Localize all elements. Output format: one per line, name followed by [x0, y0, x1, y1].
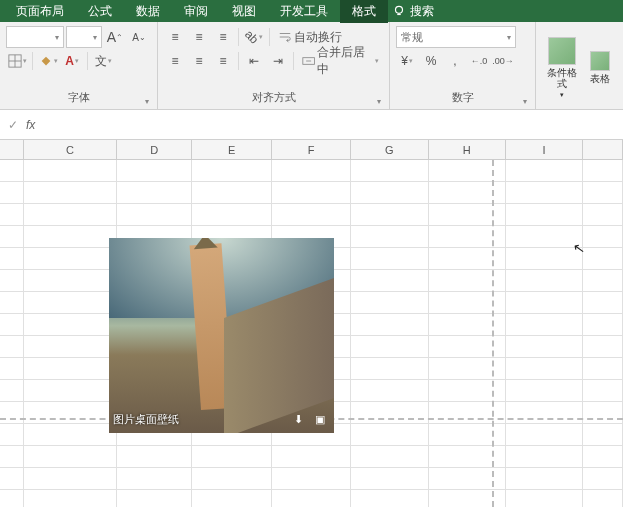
- tab-developer[interactable]: 开发工具: [268, 0, 340, 23]
- col-header-g[interactable]: G: [351, 140, 428, 159]
- group-font-label: 字体: [6, 88, 151, 109]
- group-styles: 条件格式 ▾ 表格: [536, 22, 622, 109]
- align-middle-button[interactable]: ≡: [188, 26, 210, 48]
- lightbulb-icon: [392, 4, 406, 18]
- group-align-label: 对齐方式: [164, 88, 383, 109]
- font-family-combo[interactable]: ▾: [6, 26, 64, 48]
- align-center-button[interactable]: ≡: [188, 50, 210, 72]
- align-top-button[interactable]: ≡: [164, 26, 186, 48]
- format-table-button[interactable]: 表格: [584, 47, 616, 88]
- align-bottom-button[interactable]: ≡: [212, 26, 234, 48]
- group-number-label: 数字: [396, 88, 529, 109]
- percent-button[interactable]: %: [420, 50, 442, 72]
- number-format-combo[interactable]: 常规▾: [396, 26, 516, 48]
- merge-icon: [302, 54, 315, 68]
- group-number: 常规▾ ¥▾ % , ←.0 .00→ 数字: [390, 22, 536, 109]
- fill-color-button[interactable]: ▾: [37, 50, 59, 72]
- menu-bar: 页面布局 公式 数据 审阅 视图 开发工具 格式 搜索: [0, 0, 623, 22]
- col-header-i[interactable]: I: [506, 140, 583, 159]
- formula-bar: ✓ fx: [0, 110, 623, 140]
- wrap-icon: [278, 30, 292, 44]
- col-header-f[interactable]: F: [272, 140, 351, 159]
- embedded-image[interactable]: 图片桌面壁纸 ⬇ ▣: [109, 238, 334, 433]
- svg-point-0: [396, 6, 403, 13]
- col-header-j[interactable]: [583, 140, 623, 159]
- group-font: ▾ ▾ A⌃ A⌄ ▾ ▾ A▾ 文▾ 字体: [0, 22, 158, 109]
- search-box[interactable]: 搜索: [392, 3, 434, 20]
- table-icon: [590, 51, 610, 71]
- align-right-button[interactable]: ≡: [212, 50, 234, 72]
- page-break-vertical: [492, 160, 494, 507]
- font-size-combo[interactable]: ▾: [66, 26, 102, 48]
- cancel-icon[interactable]: ✓: [8, 118, 18, 132]
- col-header-c[interactable]: C: [24, 140, 117, 159]
- increase-decimal-button[interactable]: ←.0: [468, 50, 490, 72]
- col-header-e[interactable]: E: [192, 140, 271, 159]
- decrease-decimal-button[interactable]: .00→: [492, 50, 514, 72]
- increase-indent-button[interactable]: ⇥: [267, 50, 289, 72]
- col-header-d[interactable]: D: [117, 140, 192, 159]
- cond-format-icon: [548, 37, 576, 65]
- tab-formulas[interactable]: 公式: [76, 0, 124, 23]
- decrease-indent-button[interactable]: ⇤: [243, 50, 265, 72]
- increase-font-button[interactable]: A⌃: [104, 26, 126, 48]
- spreadsheet-grid: C D E F G H I 图片桌面壁纸 ⬇ ▣ ↖: [0, 140, 623, 507]
- image-caption: 图片桌面壁纸: [113, 412, 179, 427]
- orientation-button[interactable]: ab▾: [243, 26, 265, 48]
- comma-button[interactable]: ,: [444, 50, 466, 72]
- mouse-cursor: ↖: [572, 239, 587, 257]
- borders-button[interactable]: ▾: [6, 50, 28, 72]
- tab-page-layout[interactable]: 页面布局: [4, 0, 76, 23]
- tab-format[interactable]: 格式: [340, 0, 388, 23]
- font-color-button[interactable]: A▾: [61, 50, 83, 72]
- border-icon: [8, 54, 22, 68]
- align-left-button[interactable]: ≡: [164, 50, 186, 72]
- tab-review[interactable]: 审阅: [172, 0, 220, 23]
- col-header-h[interactable]: H: [429, 140, 506, 159]
- tab-view[interactable]: 视图: [220, 0, 268, 23]
- select-all-corner[interactable]: [0, 140, 24, 159]
- ribbon: ▾ ▾ A⌃ A⌄ ▾ ▾ A▾ 文▾ 字体 ≡ ≡ ≡ ab▾: [0, 22, 623, 110]
- download-icon[interactable]: ⬇: [290, 411, 306, 427]
- column-headers: C D E F G H I: [0, 140, 623, 160]
- phonetic-button[interactable]: 文▾: [92, 50, 114, 72]
- decrease-font-button[interactable]: A⌄: [128, 26, 150, 48]
- merge-center-button[interactable]: 合并后居中▾: [298, 50, 383, 72]
- formula-input[interactable]: [43, 110, 623, 139]
- conditional-format-button[interactable]: 条件格式 ▾: [542, 33, 582, 103]
- group-alignment: ≡ ≡ ≡ ab▾ 自动换行 ≡ ≡ ≡ ⇤ ⇥ 合并后居中▾ 对齐方式: [158, 22, 390, 109]
- search-label: 搜索: [410, 3, 434, 20]
- fullscreen-icon[interactable]: ▣: [312, 411, 328, 427]
- tab-data[interactable]: 数据: [124, 0, 172, 23]
- fx-icon[interactable]: fx: [26, 118, 35, 132]
- bucket-icon: [39, 54, 53, 68]
- currency-button[interactable]: ¥▾: [396, 50, 418, 72]
